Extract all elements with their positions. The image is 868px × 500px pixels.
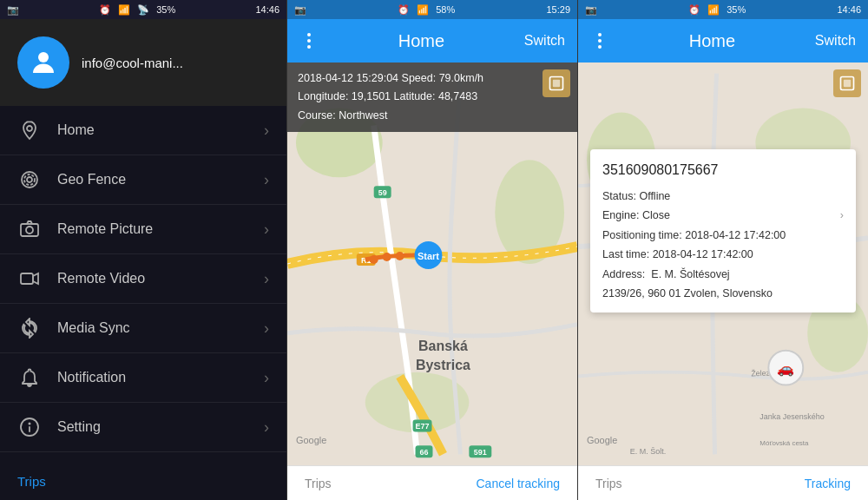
map-p3: 351609080175667 Status: Offline Engine: … xyxy=(578,62,868,465)
svg-text:66: 66 xyxy=(420,448,429,457)
menu-item-remote-picture[interactable]: Remote Picture › xyxy=(0,205,286,254)
menu-arrow-remote-picture: › xyxy=(264,220,269,239)
status-row: Status: Offline xyxy=(602,187,844,207)
menu-hamburger-p3[interactable] xyxy=(590,31,609,50)
svg-text:E. M. Šolt.: E. M. Šolt. xyxy=(630,447,666,456)
menu-arrow-geo-fence: › xyxy=(264,171,269,189)
svg-text:🚗: 🚗 xyxy=(777,360,794,377)
menu-arrow-notification: › xyxy=(264,369,269,387)
device-info-popup: 351609080175667 Status: Offline Engine: … xyxy=(590,149,856,312)
menu-label-setting: Setting xyxy=(57,419,264,435)
trip-info-overlay: 2018-04-12 15:29:04 Speed: 79.0km/h Long… xyxy=(287,62,577,132)
time-p3: 14:46 xyxy=(837,4,861,15)
geo-fence-icon xyxy=(17,168,42,192)
menu-item-setting[interactable]: Setting › xyxy=(0,403,286,452)
statusbar-panel1: 📷 ⏰ 📶 📡 35% 14:46 xyxy=(0,0,286,19)
wifi-icon: 📶 xyxy=(118,4,130,16)
video-icon xyxy=(17,266,42,291)
location-icon xyxy=(17,118,42,142)
header-title-p3: Home xyxy=(689,31,735,51)
user-icon xyxy=(28,47,59,78)
device-id: 351609080175667 xyxy=(602,158,844,183)
signal-icon: 📡 xyxy=(137,4,149,16)
trips-link-p3[interactable]: Trips xyxy=(595,477,622,490)
avatar xyxy=(17,36,69,89)
engine-value: Close xyxy=(642,206,670,226)
menu-label-home: Home xyxy=(57,122,264,138)
trips-link-p1[interactable]: Trips xyxy=(17,474,46,489)
svg-text:Banská: Banská xyxy=(418,339,468,353)
engine-row-arrow: › xyxy=(840,206,844,226)
cancel-tracking-link[interactable]: Cancel tracking xyxy=(477,477,561,490)
menu-item-media-sync[interactable]: Media Sync › xyxy=(0,304,286,353)
notification-icon xyxy=(17,365,42,390)
menu-item-geo-fence[interactable]: Geo Fence › xyxy=(0,155,286,205)
menu-list: Home › Geo Fence › Remote Picture › Remo… xyxy=(0,106,286,464)
svg-point-33 xyxy=(383,253,391,261)
time-p1: 14:46 xyxy=(255,4,279,15)
svg-marker-8 xyxy=(33,273,38,284)
menu-arrow-setting: › xyxy=(264,418,269,437)
engine-label: Engine: xyxy=(602,206,639,226)
svg-point-34 xyxy=(396,252,404,260)
svg-text:Google: Google xyxy=(587,435,617,445)
positioning-row: Positioning time: 2018-04-12 17:42:00 xyxy=(602,226,844,246)
trip-info-line1: 2018-04-12 15:29:04 Speed: 79.0km/h xyxy=(298,69,567,88)
screenshot-icon-p2[interactable] xyxy=(542,69,570,97)
screenshot-icon-p3[interactable] xyxy=(833,69,861,97)
trips-link-p2[interactable]: Trips xyxy=(305,477,332,490)
statusbar-panel3: 📷 ⏰ 📶 35% 14:46 xyxy=(578,0,868,19)
alarm-p3: ⏰ xyxy=(688,4,700,16)
cam-icon-p2: 📷 xyxy=(294,4,306,16)
bottom-bar-p2: Trips Cancel tracking xyxy=(287,465,577,500)
statusbar-left-icon: 📷 xyxy=(7,4,19,16)
svg-text:Janka Jesenského: Janka Jesenského xyxy=(760,412,824,421)
map-panel-trip: 📷 ⏰ 📶 58% 15:29 Home Switch 2018-04-12 1… xyxy=(286,0,577,500)
svg-text:Bystrica: Bystrica xyxy=(416,358,470,372)
app-header-p2: Home Switch xyxy=(287,19,577,62)
menu-item-notification[interactable]: Notification › xyxy=(0,353,286,403)
menu-hamburger-p2[interactable] xyxy=(299,31,319,50)
camera-icon xyxy=(17,217,42,241)
menu-label-remote-picture: Remote Picture xyxy=(57,221,264,237)
panel1-bottom: Trips xyxy=(0,464,286,500)
svg-point-3 xyxy=(27,177,32,182)
statusbar-panel2: 📷 ⏰ 📶 58% 15:29 xyxy=(287,0,577,19)
menu-item-home[interactable]: Home › xyxy=(0,106,286,155)
cam-icon-p3: 📷 xyxy=(585,4,597,16)
battery-p2: 58% xyxy=(436,4,455,15)
alarm-p2: ⏰ xyxy=(398,4,410,16)
tracking-link[interactable]: Tracking xyxy=(805,477,851,490)
map-p2: 2018-04-12 15:29:04 Speed: 79.0km/h Long… xyxy=(287,62,577,465)
svg-point-4 xyxy=(24,174,35,185)
switch-button-p3[interactable]: Switch xyxy=(815,33,856,49)
battery-p3: 35% xyxy=(727,4,746,15)
svg-text:591: 591 xyxy=(474,448,487,457)
sidebar-panel: 📷 ⏰ 📶 📡 35% 14:46 info@cool-mani... Home… xyxy=(0,0,286,500)
trip-info-line3: Course: Northwest xyxy=(298,107,567,125)
app-header-p3: Home Switch xyxy=(578,19,868,62)
map-panel-device: 📷 ⏰ 📶 35% 14:46 Home Switch 351609080175… xyxy=(577,0,868,500)
menu-label-geo-fence: Geo Fence xyxy=(57,172,264,188)
status-value: Offline xyxy=(639,187,670,207)
svg-rect-7 xyxy=(21,273,33,284)
svg-point-0 xyxy=(38,52,49,62)
address-row: Address: E. M. Šoltésovej 2139/26, 960 0… xyxy=(602,265,844,304)
engine-row[interactable]: Engine: Close › xyxy=(602,206,844,226)
battery-p1: 35% xyxy=(156,4,175,15)
svg-text:Google: Google xyxy=(296,435,326,445)
header-title-p2: Home xyxy=(398,31,444,51)
info-icon xyxy=(17,415,42,439)
positioning-value: 2018-04-12 17:42:00 xyxy=(685,226,786,246)
menu-label-notification: Notification xyxy=(57,370,264,385)
svg-point-1 xyxy=(27,126,32,131)
menu-item-remote-video[interactable]: Remote Video › xyxy=(0,254,286,304)
status-label: Status: xyxy=(602,187,636,207)
switch-button-p2[interactable]: Switch xyxy=(524,33,565,49)
svg-text:E77: E77 xyxy=(416,422,430,431)
sync-icon xyxy=(17,316,42,340)
profile-email: info@cool-mani... xyxy=(82,56,183,70)
trip-info-line2: Longitude: 19,1501 Latitude: 48,7483 xyxy=(298,88,567,106)
menu-label-remote-video: Remote Video xyxy=(57,271,264,286)
menu-arrow-remote-video: › xyxy=(264,270,269,288)
